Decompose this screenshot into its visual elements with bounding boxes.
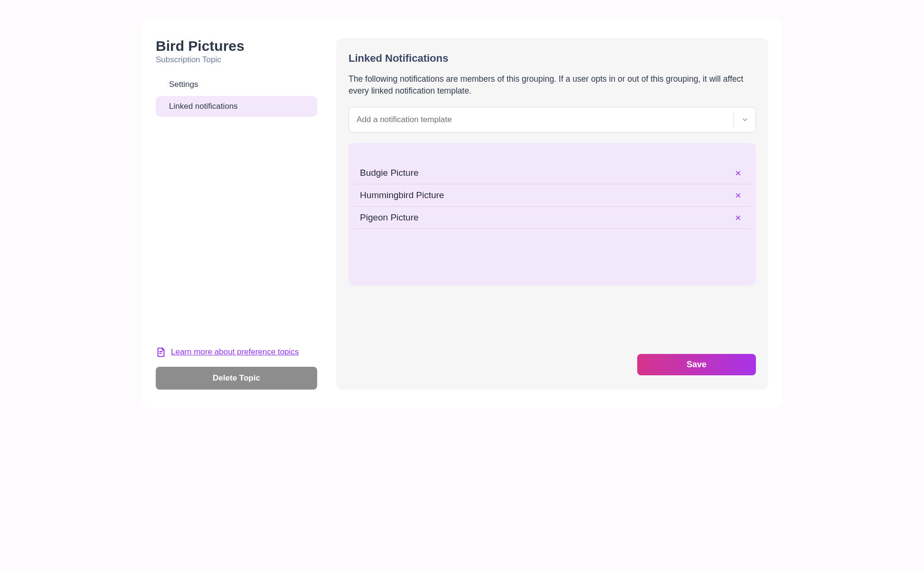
learn-more-link[interactable]: Learn more about preference topics [156,347,317,357]
list-item-label: Budgie Picture [360,168,419,178]
list-item-label: Pigeon Picture [360,212,419,223]
add-template-select[interactable]: Add a notification template [349,107,756,133]
section-description: The following notifications are members … [349,73,756,96]
list-item: Hummingbird Picture [354,184,750,207]
sidebar-item-label: Linked notifications [169,102,238,111]
section-title: Linked Notifications [349,52,756,65]
sidebar: Bird Pictures Subscription Topic Setting… [156,38,317,390]
close-icon[interactable] [734,169,742,177]
sidebar-item-settings[interactable]: Settings [156,74,317,95]
sidebar-footer: Learn more about preference topics Delet… [156,347,317,390]
page-title: Bird Pictures [156,38,317,54]
select-placeholder: Add a notification template [357,115,734,124]
page-subtitle: Subscription Topic [156,55,317,65]
list-item-label: Hummingbird Picture [360,190,444,200]
sidebar-item-linked-notifications[interactable]: Linked notifications [156,96,317,117]
close-icon[interactable] [734,214,742,221]
page-container: Bird Pictures Subscription Topic Setting… [141,19,783,409]
chevron-down-icon [734,112,755,127]
list-item: Budgie Picture [354,162,750,184]
close-icon[interactable] [734,191,742,199]
document-icon [156,347,166,357]
linked-templates-list: Budgie Picture Hummingbird Picture Pigeo… [349,143,756,286]
list-item: Pigeon Picture [354,207,750,229]
main-footer: Save [349,354,756,375]
learn-more-text: Learn more about preference topics [171,347,299,357]
save-button[interactable]: Save [637,354,756,375]
main-panel: Linked Notifications The following notif… [336,38,768,390]
delete-topic-button[interactable]: Delete Topic [156,367,317,390]
sidebar-item-label: Settings [169,80,198,89]
